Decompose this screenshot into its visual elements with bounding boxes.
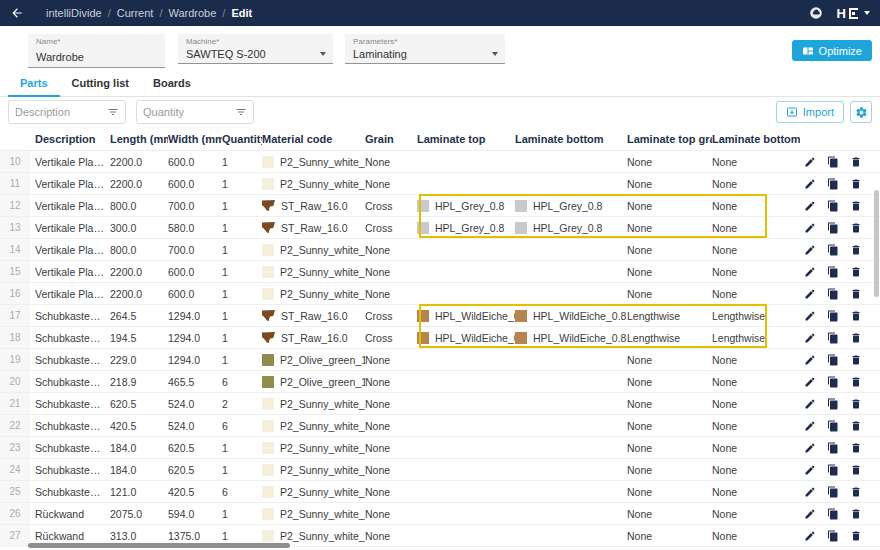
edit-button[interactable] [803,397,816,410]
cloud-status-icon[interactable] [809,6,823,20]
duplicate-button[interactable] [826,485,839,498]
delete-button[interactable] [849,309,862,322]
delete-button[interactable] [849,397,862,410]
machine-select[interactable]: Machine* SAWTEQ S-200 [178,34,333,64]
edit-button[interactable] [803,507,816,520]
breadcrumb-item[interactable]: Current [117,7,154,19]
parameters-select[interactable]: Parameters* Laminating [345,34,505,64]
breadcrumb-item[interactable]: Wardrobe [168,7,216,19]
column-header-width[interactable]: Width (mm) [168,127,222,150]
pencil-icon [804,354,816,366]
duplicate-button[interactable] [826,507,839,520]
delete-button[interactable] [849,199,862,212]
cell-description: Schubkastenboden [30,415,108,436]
description-filter-input[interactable] [15,106,107,118]
duplicate-button[interactable] [826,375,839,388]
delete-button[interactable] [849,529,862,542]
delete-button[interactable] [849,221,862,234]
column-header-laminate-top-grain[interactable]: Laminate top grain [627,127,712,150]
delete-button[interactable] [849,441,862,454]
import-button[interactable]: Import [776,101,844,123]
delete-button[interactable] [849,463,862,476]
duplicate-button[interactable] [826,331,839,344]
delete-button[interactable] [849,243,862,256]
quantity-filter[interactable] [136,100,254,124]
edit-button[interactable] [803,199,816,212]
edit-button[interactable] [803,441,816,454]
edit-button[interactable] [803,485,816,498]
delete-button[interactable] [849,265,862,278]
material-name: ST_Raw_16.0 [281,200,348,212]
filter-icon[interactable] [235,106,247,118]
duplicate-button[interactable] [826,177,839,190]
edit-button[interactable] [803,529,816,542]
description-filter[interactable] [8,100,126,124]
duplicate-button[interactable] [826,353,839,366]
duplicate-button[interactable] [826,265,839,278]
optimize-button[interactable]: Optimize [792,40,872,61]
breadcrumb-item[interactable]: intelliDivide [46,7,102,19]
table-settings-button[interactable] [850,101,872,123]
column-header-description[interactable]: Description [30,127,108,150]
duplicate-button[interactable] [826,155,839,168]
duplicate-button[interactable] [826,287,839,300]
name-field[interactable]: Name* [28,34,165,68]
edit-button[interactable] [803,243,816,256]
cell-description: Schubkasten Rüc... [30,481,108,502]
duplicate-button[interactable] [826,309,839,322]
quantity-filter-input[interactable] [143,106,235,118]
delete-button[interactable] [849,331,862,344]
tab-parts[interactable]: Parts [8,72,60,97]
back-arrow-icon[interactable] [10,4,32,22]
edit-button[interactable] [803,309,816,322]
trash-icon [850,310,862,322]
delete-button[interactable] [849,507,862,520]
column-header-laminate-bottom[interactable]: Laminate bottom [515,127,627,150]
tab-cutting-list[interactable]: Cutting list [60,72,141,97]
homag-logo[interactable]: H [837,6,870,21]
edit-button[interactable] [803,177,816,190]
row-number: 10 [0,151,30,172]
edit-button[interactable] [803,463,816,476]
edit-button[interactable] [803,287,816,300]
duplicate-button[interactable] [826,199,839,212]
horizontal-scrollbar-thumb[interactable] [28,543,290,548]
edit-button[interactable] [803,331,816,344]
delete-button[interactable] [849,419,862,432]
edit-button[interactable] [803,419,816,432]
delete-button[interactable] [849,353,862,366]
delete-button[interactable] [849,155,862,168]
filter-icon[interactable] [107,106,119,118]
cell-laminate-top [417,415,515,436]
duplicate-button[interactable] [826,419,839,432]
edit-button[interactable] [803,375,816,388]
duplicate-button[interactable] [826,397,839,410]
column-header-quantity[interactable]: Quantity [222,127,262,150]
delete-button[interactable] [849,177,862,190]
column-header-grain[interactable]: Grain [365,127,417,150]
pencil-icon [804,178,816,190]
duplicate-button[interactable] [826,243,839,256]
laminate-swatch [515,310,527,322]
duplicate-button[interactable] [826,529,839,542]
edit-button[interactable] [803,265,816,278]
duplicate-button[interactable] [826,221,839,234]
column-header-laminate-top[interactable]: Laminate top [417,127,515,150]
edit-button[interactable] [803,155,816,168]
column-header-material-code[interactable]: Material code [262,127,365,150]
cell-laminate-top [417,459,515,480]
delete-button[interactable] [849,287,862,300]
vertical-scrollbar-thumb[interactable] [874,190,879,297]
row-number: 27 [0,525,30,546]
name-input[interactable] [36,50,157,64]
cell-description: Schubkasten Rüc... [30,459,108,480]
delete-button[interactable] [849,485,862,498]
tab-boards[interactable]: Boards [141,72,203,97]
delete-button[interactable] [849,375,862,388]
edit-button[interactable] [803,353,816,366]
edit-button[interactable] [803,221,816,234]
column-header-length[interactable]: Length (mm) [108,127,168,150]
duplicate-button[interactable] [826,441,839,454]
duplicate-button[interactable] [826,463,839,476]
column-header-laminate-bottom-grain[interactable]: Laminate bottom grain [712,127,800,150]
